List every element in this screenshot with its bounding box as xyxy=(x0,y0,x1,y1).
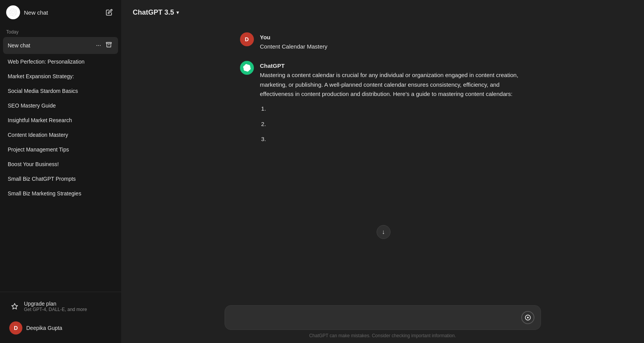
input-box xyxy=(225,305,541,330)
sidebar-item-new-chat[interactable]: New chat ··· xyxy=(3,37,118,54)
chat-item-more-button[interactable]: ··· xyxy=(95,41,103,50)
sidebar-item-content-ideation[interactable]: Content Ideation Mastery xyxy=(3,128,118,142)
sidebar-logo-area[interactable]: New chat xyxy=(6,5,48,19)
sidebar-item-label: Insightful Market Research xyxy=(8,117,113,123)
sidebar-item-web-perfection[interactable]: Web Perfection: Personalization xyxy=(3,55,118,69)
user-message-content: You Content Calendar Mastery xyxy=(260,32,526,52)
list-item xyxy=(268,119,526,129)
list-item xyxy=(268,104,526,114)
svg-marker-1 xyxy=(12,304,18,309)
upgrade-subtitle: Get GPT-4, DALL-E, and more xyxy=(24,307,87,312)
sidebar-item-label: Content Ideation Mastery xyxy=(8,132,113,138)
user-message-row: D You Content Calendar Mastery xyxy=(240,32,526,52)
user-sender-name: You xyxy=(260,34,526,40)
sidebar-item-small-biz-prompts[interactable]: Small Biz ChatGPT Prompts xyxy=(3,172,118,186)
sidebar-item-label: Social Media Stardom Basics xyxy=(8,88,113,94)
upgrade-text: Upgrade plan Get GPT-4, DALL-E, and more xyxy=(24,301,87,312)
topbar: ChatGPT 3.5 ▾ xyxy=(121,0,644,25)
sidebar-item-insightful-market[interactable]: Insightful Market Research xyxy=(3,113,118,127)
sidebar-item-label: Market Expansion Strategy: xyxy=(8,73,113,79)
sidebar-item-social-media[interactable]: Social Media Stardom Basics xyxy=(3,84,118,98)
model-name: ChatGPT 3.5 xyxy=(133,8,174,17)
gpt-message-content: ChatGPT Mastering a content calendar is … xyxy=(260,61,526,150)
chat-item-archive-button[interactable] xyxy=(104,41,113,50)
sidebar-item-market-expansion[interactable]: Market Expansion Strategy: xyxy=(3,69,118,83)
sidebar-item-label: New chat xyxy=(8,42,95,49)
scroll-down-icon: ↓ xyxy=(382,229,385,235)
sidebar-item-label: Project Management Tips xyxy=(8,146,113,153)
user-message-text: Content Calendar Mastery xyxy=(260,42,526,52)
disclaimer-text: ChatGPT can make mistakes. Consider chec… xyxy=(309,333,456,340)
chat-input[interactable] xyxy=(231,313,517,322)
chevron-down-icon: ▾ xyxy=(176,9,179,15)
today-section-label: Today xyxy=(3,25,118,37)
sidebar-content: Today New chat ··· Web Perfection: Perso… xyxy=(0,25,121,292)
user-name: Deepika Gupta xyxy=(26,325,62,331)
sidebar-item-label: SEO Mastery Guide xyxy=(8,103,113,109)
gpt-message-row: ChatGPT Mastering a content calendar is … xyxy=(240,61,526,150)
chat-item-actions: ··· xyxy=(95,41,113,50)
gpt-sender-name: ChatGPT xyxy=(260,62,526,69)
upgrade-title: Upgrade plan xyxy=(24,301,87,307)
sidebar-footer: Upgrade plan Get GPT-4, DALL-E, and more… xyxy=(0,292,121,343)
gpt-avatar xyxy=(240,61,254,75)
sidebar-item-label: Small Biz Marketing Strategies xyxy=(8,190,113,197)
app-logo xyxy=(6,5,20,19)
sidebar-item-project-management[interactable]: Project Management Tips xyxy=(3,143,118,156)
sidebar-item-label: Small Biz ChatGPT Prompts xyxy=(8,176,113,182)
svg-rect-3 xyxy=(527,317,529,318)
main-relative: D You Content Calendar Mastery xyxy=(121,25,644,301)
new-chat-edit-button[interactable] xyxy=(103,7,115,18)
user-message-wrapper: D You Content Calendar Mastery xyxy=(225,32,541,52)
main-panel: ChatGPT 3.5 ▾ D You Content Calendar Mas… xyxy=(121,0,644,343)
gpt-message-text: Mastering a content calendar is crucial … xyxy=(260,71,526,144)
sidebar-app-title: New chat xyxy=(24,9,48,16)
input-area: ChatGPT can make mistakes. Consider chec… xyxy=(121,301,644,343)
gpt-list xyxy=(260,104,526,144)
sidebar-item-seo-mastery[interactable]: SEO Mastery Guide xyxy=(3,99,118,113)
upgrade-plan-button[interactable]: Upgrade plan Get GPT-4, DALL-E, and more xyxy=(5,297,117,316)
user-profile[interactable]: D Deepika Gupta xyxy=(5,318,117,338)
svg-rect-0 xyxy=(106,42,111,44)
upgrade-icon xyxy=(9,301,20,312)
user-avatar: D xyxy=(240,32,254,46)
sidebar-item-label: Web Perfection: Personalization xyxy=(8,59,113,65)
list-item xyxy=(268,134,526,144)
scroll-down-button[interactable]: ↓ xyxy=(377,225,390,239)
sidebar-header: New chat xyxy=(0,0,121,25)
sidebar-item-boost-business[interactable]: Boost Your Business! xyxy=(3,157,118,171)
avatar: D xyxy=(9,321,22,335)
gpt-message-wrapper: ChatGPT Mastering a content calendar is … xyxy=(225,61,541,150)
gpt-intro-para: Mastering a content calendar is crucial … xyxy=(260,71,526,99)
model-selector[interactable]: ChatGPT 3.5 ▾ xyxy=(129,6,183,19)
chat-area: D You Content Calendar Mastery xyxy=(121,25,644,301)
sidebar: New chat Today New chat ··· xyxy=(0,0,121,343)
sidebar-item-label: Boost Your Business! xyxy=(8,161,113,167)
send-button[interactable] xyxy=(521,311,534,324)
sidebar-item-small-biz-marketing[interactable]: Small Biz Marketing Strategies xyxy=(3,187,118,200)
